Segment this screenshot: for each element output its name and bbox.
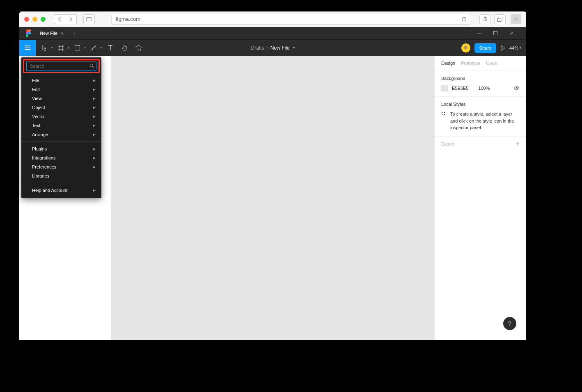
submenu-arrow-icon: ▶ [93, 165, 96, 169]
menu-item-view[interactable]: View▶ [21, 94, 101, 103]
menu-group-3: Help and Account▶ [21, 184, 101, 196]
right-panel: Design Prototype Code Background E5E5E5 … [434, 56, 526, 340]
background-title: Background [441, 76, 520, 81]
tab-add-button[interactable]: + [68, 30, 80, 37]
submenu-arrow-icon: ▶ [93, 105, 96, 109]
local-styles-title: Local Styles [441, 102, 520, 107]
svg-line-13 [93, 67, 94, 68]
menu-item-edit[interactable]: Edit▶ [21, 85, 101, 94]
menu-item-help-and-account[interactable]: Help and Account▶ [21, 186, 101, 195]
svg-rect-6 [75, 46, 80, 50]
present-button[interactable] [500, 45, 505, 51]
share-browser-button[interactable] [479, 14, 491, 24]
menu-group-1: File▶Edit▶View▶Object▶Vector▶Text▶Arrang… [21, 74, 101, 141]
breadcrumb-parent[interactable]: Drafts [251, 45, 264, 51]
add-export-button[interactable] [515, 141, 520, 146]
menu-item-object[interactable]: Object▶ [21, 103, 101, 112]
svg-point-11 [444, 114, 445, 116]
tool-group: ▾ ▾ ▾ ▾ [36, 40, 145, 56]
menu-item-label: Arrange [32, 132, 48, 137]
menu-item-text[interactable]: Text▶ [21, 121, 101, 130]
figma-tab-active[interactable]: New File × [36, 27, 68, 39]
refresh-button[interactable] [461, 16, 467, 22]
share-button[interactable]: Share [474, 43, 496, 53]
menu-search-input[interactable] [26, 61, 96, 71]
close-app-button[interactable] [510, 31, 521, 35]
background-hex[interactable]: E5E5E5 [452, 86, 468, 91]
menu-item-plugins[interactable]: Plugins▶ [21, 144, 101, 153]
frame-tool[interactable]: ▾ [55, 40, 70, 56]
menu-item-file[interactable]: File▶ [21, 76, 101, 85]
maximize-window-button[interactable] [41, 17, 46, 22]
menu-item-integrations[interactable]: Integrations▶ [21, 153, 101, 162]
move-tool[interactable]: ▾ [38, 40, 54, 56]
chevron-down-icon: ▾ [68, 46, 69, 50]
url-text: figma.com [116, 16, 140, 22]
avatar[interactable]: E [461, 43, 470, 52]
cursor-icon [42, 45, 47, 51]
canvas[interactable] [111, 56, 434, 340]
browser-actions [479, 14, 521, 24]
tab-prototype[interactable]: Prototype [461, 61, 480, 66]
breadcrumb-current[interactable]: New File [270, 45, 290, 51]
tab-close-button[interactable]: × [61, 30, 64, 36]
breadcrumb[interactable]: Drafts / New File ▾ [251, 45, 294, 51]
submenu-arrow-icon: ▶ [93, 188, 96, 192]
pen-icon [91, 45, 96, 51]
menu-item-libraries[interactable]: Libraries [21, 171, 101, 180]
menu-item-label: View [32, 96, 42, 101]
menu-item-label: Text [32, 123, 40, 128]
help-button[interactable]: ? [503, 317, 516, 330]
main-menu-button[interactable] [19, 40, 36, 56]
submenu-arrow-icon: ▶ [93, 114, 96, 119]
new-tab-button[interactable] [511, 14, 521, 24]
minimize-app-button[interactable] [477, 33, 488, 34]
minimize-window-button[interactable] [32, 17, 37, 22]
pen-tool[interactable]: ▾ [87, 40, 103, 56]
figma-logo[interactable] [21, 30, 36, 37]
text-tool[interactable] [104, 40, 117, 56]
svg-rect-0 [87, 17, 92, 21]
expand-chevron-icon[interactable] [461, 32, 472, 34]
visibility-toggle[interactable] [514, 86, 520, 90]
export-section[interactable]: Export [435, 137, 526, 151]
url-bar[interactable]: figma.com [111, 14, 471, 25]
plus-icon [514, 17, 518, 21]
tabs-icon [497, 17, 502, 22]
menu-item-label: Vector [32, 114, 45, 119]
svg-point-7 [516, 87, 518, 89]
submenu-arrow-icon: ▶ [93, 96, 96, 100]
search-icon [89, 64, 94, 68]
submenu-arrow-icon: ▶ [93, 132, 96, 137]
hand-tool[interactable] [118, 40, 131, 56]
window-controls [461, 31, 526, 35]
tab-code[interactable]: Code [486, 61, 497, 66]
figma-tabbar: New File × + [19, 27, 526, 39]
background-row: E5E5E5 100% [441, 85, 520, 91]
menu-item-arrange[interactable]: Arrange▶ [21, 130, 101, 139]
menu-divider [21, 141, 101, 142]
chevron-down-icon: ▾ [293, 46, 295, 50]
menu-item-preferences[interactable]: Preferences▶ [21, 162, 101, 171]
comment-tool[interactable] [132, 40, 145, 56]
background-swatch[interactable] [441, 85, 448, 91]
toolbar-right: E Share 44% ▾ [461, 43, 526, 53]
maximize-app-button[interactable] [493, 31, 505, 35]
close-window-button[interactable] [24, 17, 29, 22]
tabs-browser-button[interactable] [494, 14, 506, 24]
tab-design[interactable]: Design [441, 61, 455, 66]
back-button[interactable] [54, 14, 65, 24]
menu-item-label: Integrations [32, 155, 55, 160]
local-styles-section: Local Styles To create a style, select a… [435, 97, 526, 137]
svg-point-10 [442, 114, 443, 116]
background-opacity[interactable]: 100% [478, 86, 490, 91]
menu-item-label: Help and Account [32, 188, 67, 193]
forward-button[interactable] [65, 14, 77, 24]
shape-tool[interactable]: ▾ [71, 40, 87, 56]
svg-rect-2 [498, 18, 501, 21]
zoom-control[interactable]: 44% ▾ [509, 46, 521, 50]
sidebar-toggle-button[interactable] [83, 14, 95, 24]
submenu-arrow-icon: ▶ [93, 147, 96, 151]
menu-item-vector[interactable]: Vector▶ [21, 112, 101, 121]
svg-point-3 [28, 32, 31, 34]
